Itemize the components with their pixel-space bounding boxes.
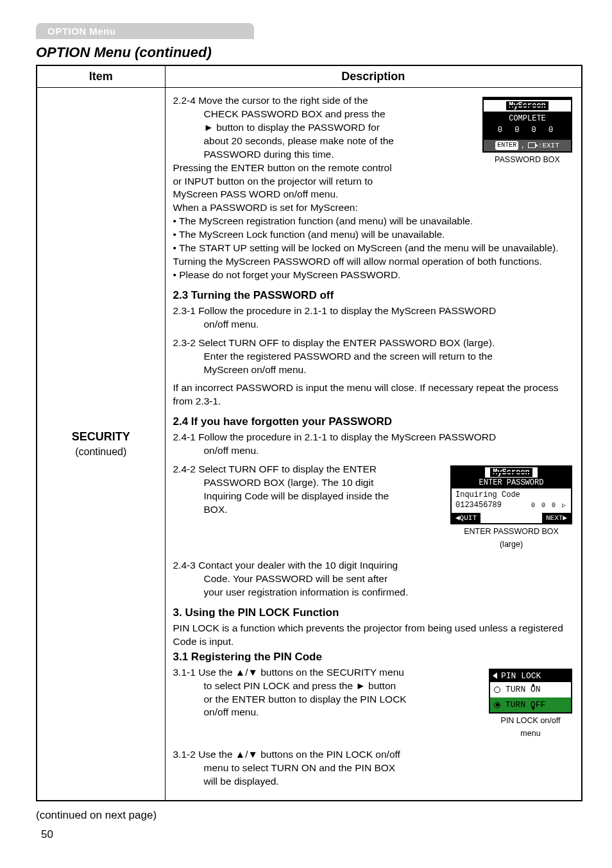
- text: 2.4-1 Follow the procedure in 2.1-1 to d…: [173, 431, 497, 442]
- heading-3-1: 3.1 Registering the PIN Code: [173, 650, 574, 665]
- text: on/off menu.: [204, 319, 259, 330]
- pin-caption-1: PIN LOCK on/off: [489, 715, 572, 726]
- text: Turning the MyScreen PASSWORD off will a…: [173, 256, 542, 267]
- text: When a PASSWORD is set for MyScreen:: [173, 202, 358, 213]
- pin-lock-osd: PIN LOCK TURN ON ▲ TURN OFF ▼: [489, 669, 572, 739]
- text: MyScreen on/off menu.: [204, 364, 307, 375]
- text: Inquiring Code will be displayed inside …: [204, 490, 389, 501]
- item-name: SECURITY: [45, 429, 157, 444]
- heading-2-4: 2.4 If you have forgotten your PASSWORD: [173, 415, 574, 430]
- step-2-3-2: 2.3-2 Select TURN OFF to display the ENT…: [173, 337, 574, 377]
- text: 2.3-1 Follow the procedure in 2.1-1 to d…: [173, 305, 497, 316]
- col-desc-header: Description: [165, 65, 582, 88]
- text: Pressing the ENTER button on the remote …: [173, 162, 392, 173]
- radio-filled-icon: [494, 702, 500, 708]
- inq-caption-1: ENTER PASSWORD BOX: [450, 526, 572, 537]
- item-cell: SECURITY (continued): [37, 88, 165, 801]
- pwbox-enter-label: ENTER: [495, 141, 518, 150]
- pin-caption-2: menu: [489, 728, 572, 739]
- page-number: 50: [41, 828, 582, 841]
- inq-label: Inquiring Code: [455, 490, 567, 501]
- text: or INPUT button on the projector will re…: [173, 176, 373, 187]
- item-sub: (continued): [45, 445, 157, 459]
- step-2-3-1: 2.3-1 Follow the procedure in 2.1-1 to d…: [173, 305, 574, 331]
- text: your user registration information is co…: [204, 587, 409, 597]
- text: 2.4-3 Contact your dealer with the 10 di…: [173, 560, 398, 571]
- exit-icon: [528, 142, 536, 148]
- left-triangle-icon: [493, 672, 497, 679]
- inq-cursor: 0 0 0 ▷: [531, 501, 567, 510]
- heading-3: 3. Using the PIN LOCK Function: [173, 606, 574, 621]
- option-table: Item Description SECURITY (continued) My…: [36, 65, 582, 801]
- bullet: The START UP setting will be locked on M…: [173, 242, 574, 255]
- text-3-intro: PIN LOCK is a function which prevents th…: [173, 622, 574, 649]
- text: ► button to display the PASSWORD for: [204, 122, 380, 133]
- pin-turn-on: TURN ON: [506, 684, 541, 696]
- text: 3.1-2 Use the ▲/▼ buttons on the PIN LOC…: [173, 749, 400, 760]
- inq-subtitle: ENTER PASSWORD: [479, 478, 544, 488]
- text: to select PIN LOCK and press the ► butto…: [204, 680, 396, 691]
- bullet: The MyScreen Lock function (and menu) wi…: [173, 228, 574, 242]
- text: 2.2-4 Move the cursor to the right side …: [173, 95, 368, 106]
- pwbox-status: COMPLETE: [484, 112, 571, 124]
- bullet: The MyScreen registration function (and …: [173, 215, 574, 228]
- inq-title: MyScreen: [490, 468, 532, 477]
- menu-tab: OPTION Menu: [36, 23, 254, 39]
- pin-title: PIN LOCK: [501, 671, 541, 682]
- text: will be displayed.: [204, 776, 279, 787]
- pwbox-exit-label: :EXIT: [538, 141, 559, 151]
- radio-unfilled-icon: [494, 687, 500, 693]
- text: 2.3-2 Select TURN OFF to display the ENT…: [173, 337, 495, 348]
- step-3-1-2: 3.1-2 Use the ▲/▼ buttons on the PIN LOC…: [173, 748, 574, 789]
- inq-next: NEXT▶: [542, 513, 571, 524]
- password-box-osd: MyScreen COMPLETE 0 0 0 0 ENTER , :EXIT …: [482, 97, 572, 165]
- description-cell: MyScreen COMPLETE 0 0 0 0 ENTER , :EXIT …: [165, 88, 582, 801]
- text: menu to select TURN ON and the PIN BOX: [204, 762, 396, 773]
- inq-caption-2: (large): [450, 539, 572, 550]
- text: or the ENTER button to display the PIN L…: [204, 694, 407, 705]
- text: about 20 seconds, please make note of th…: [204, 135, 394, 146]
- text: MyScreen PASS WORD on/off menu.: [173, 188, 339, 199]
- up-arrow-icon: ▲: [532, 681, 535, 689]
- pin-turn-off: TURN OFF: [506, 699, 545, 711]
- inq-quit: ◀QUIT: [452, 513, 480, 524]
- enter-password-box-osd: MyScreen ENTER PASSWORD Inquiring Code 0…: [450, 465, 572, 550]
- step-2-4-1: 2.4-1 Follow the procedure in 2.1-1 to d…: [173, 431, 574, 458]
- pwbox-digits: 0 0 0 0: [484, 124, 571, 139]
- section-title: OPTION Menu (continued): [36, 44, 582, 61]
- text: BOX.: [204, 504, 228, 515]
- col-item-header: Item: [37, 65, 165, 88]
- heading-2-3: 2.3 Turning the PASSWORD off: [173, 288, 574, 303]
- text: Code. Your PASSWORD will be sent after: [204, 573, 388, 584]
- inq-code: 0123456789: [455, 501, 502, 511]
- text: PASSWORD during this time.: [204, 149, 334, 160]
- continued-note: (continued on next page): [36, 809, 582, 822]
- pwbox-title: MyScreen: [506, 101, 548, 110]
- text: 3.1-1 Use the ▲/▼ buttons on the SECURIT…: [173, 667, 404, 678]
- text: on/off menu.: [204, 445, 259, 456]
- text: PASSWORD BOX (large). The 10 digit: [204, 477, 374, 488]
- text: CHECK PASSWORD BOX and press the: [204, 108, 386, 119]
- step-2-4-3: 2.4-3 Contact your dealer with the 10 di…: [173, 559, 574, 599]
- bullet: Please do not forget your MyScreen PASSW…: [173, 269, 574, 282]
- text: 2.4-2 Select TURN OFF to display the ENT…: [173, 463, 377, 474]
- down-arrow-icon: ▼: [532, 705, 535, 713]
- step-2-3-note: If an incorrect PASSWORD is input the me…: [173, 381, 574, 408]
- pwbox-caption: PASSWORD BOX: [482, 154, 572, 165]
- text: Enter the registered PASSWORD and the sc…: [204, 351, 493, 362]
- text: on/off menu.: [204, 706, 259, 717]
